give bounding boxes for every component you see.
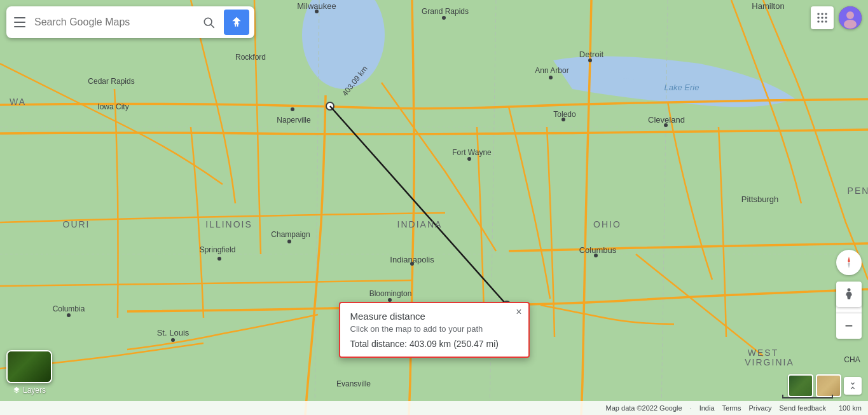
svg-line-59 — [211, 25, 214, 28]
svg-text:Lake Erie: Lake Erie — [665, 83, 699, 92]
measure-popup-close-button[interactable]: × — [516, 307, 521, 317]
measure-popup-title: Measure distance — [350, 311, 518, 322]
svg-text:Champaign: Champaign — [271, 230, 310, 239]
svg-text:CHA: CHA — [844, 355, 860, 364]
svg-marker-74 — [848, 262, 850, 268]
svg-point-25 — [171, 338, 175, 342]
svg-text:Springfield: Springfield — [200, 245, 236, 254]
svg-text:WEST: WEST — [748, 348, 778, 358]
svg-text:OURI: OURI — [63, 219, 90, 229]
svg-text:Toledo: Toledo — [553, 110, 576, 119]
search-bar — [6, 6, 254, 38]
layers-thumbnail — [6, 350, 52, 383]
layers-button[interactable]: Layers — [6, 350, 52, 396]
svg-text:Detroit: Detroit — [579, 50, 604, 59]
footer-bar: Map data ©2022 Google · India Terms Priv… — [0, 401, 868, 415]
svg-point-2 — [614, 78, 639, 93]
svg-text:Evansville: Evansville — [336, 379, 371, 388]
svg-rect-64 — [822, 17, 823, 19]
svg-rect-66 — [818, 21, 820, 23]
svg-point-14 — [549, 76, 553, 79]
svg-text:OHIO: OHIO — [593, 219, 621, 229]
terms-link[interactable]: Terms — [722, 404, 741, 412]
svg-text:PEN: PEN — [848, 186, 868, 196]
scale-bar — [782, 395, 833, 398]
svg-marker-73 — [848, 257, 850, 262]
compass-button[interactable] — [836, 250, 862, 275]
svg-text:Cleveland: Cleveland — [648, 115, 685, 125]
svg-text:Bloomington: Bloomington — [369, 289, 412, 298]
india-link[interactable]: India — [699, 404, 715, 412]
svg-point-17 — [291, 107, 294, 111]
map-container[interactable]: Milwaukee Grand Rapids Hamilton Detroit … — [0, 0, 868, 415]
map-data-label: Map data ©2022 Google — [606, 404, 682, 412]
svg-text:Hamilton: Hamilton — [752, 1, 784, 11]
svg-point-71 — [844, 20, 857, 29]
map-type-terrain[interactable] — [816, 374, 841, 397]
layers-label: Layers — [13, 386, 46, 395]
svg-rect-61 — [822, 13, 823, 15]
svg-point-23 — [287, 240, 291, 243]
search-input[interactable] — [34, 17, 193, 28]
menu-icon[interactable] — [11, 13, 29, 31]
svg-text:Columbia: Columbia — [53, 304, 85, 313]
search-icon[interactable] — [198, 12, 219, 32]
svg-rect-62 — [825, 13, 827, 15]
svg-point-12 — [442, 16, 446, 20]
svg-text:St. Louis: St. Louis — [157, 328, 189, 337]
scale-label: 100 km — [839, 404, 862, 412]
svg-text:Fort Wayne: Fort Wayne — [452, 148, 492, 157]
svg-point-18 — [467, 157, 471, 161]
user-avatar[interactable] — [839, 6, 862, 29]
send-feedback-link[interactable]: Send feedback — [780, 404, 826, 412]
svg-text:ILLINOIS: ILLINOIS — [205, 219, 252, 229]
svg-text:Pittsburgh: Pittsburgh — [741, 194, 779, 204]
measure-distance-popup: × Measure distance Click on the map to a… — [339, 302, 530, 358]
footer-separator: · — [690, 404, 692, 412]
svg-rect-60 — [818, 13, 820, 15]
measure-popup-distance: Total distance: 403.09 km (250.47 mi) — [350, 339, 518, 349]
map-type-satellite[interactable] — [788, 374, 813, 397]
svg-text:Indianapolis: Indianapolis — [390, 255, 434, 264]
svg-point-70 — [846, 11, 854, 19]
svg-text:WA: WA — [10, 97, 26, 107]
privacy-link[interactable]: Privacy — [748, 404, 771, 412]
svg-rect-67 — [822, 21, 823, 23]
svg-text:Naperville: Naperville — [277, 116, 311, 125]
directions-button[interactable] — [224, 10, 249, 35]
pegman-button[interactable] — [836, 282, 862, 307]
svg-text:INDIANA: INDIANA — [397, 219, 443, 229]
svg-text:VIRGINIA: VIRGINIA — [745, 357, 794, 367]
zoom-out-button[interactable]: − — [836, 313, 862, 339]
svg-rect-65 — [825, 17, 827, 19]
measure-popup-hint: Click on the map to add to your path — [350, 324, 518, 334]
svg-text:Iowa City: Iowa City — [97, 102, 128, 111]
svg-rect-68 — [825, 21, 827, 23]
svg-text:Rockford: Rockford — [235, 53, 266, 62]
svg-text:Ann Arbor: Ann Arbor — [535, 66, 568, 75]
svg-text:Milwaukee: Milwaukee — [297, 1, 336, 11]
svg-rect-63 — [818, 17, 820, 19]
svg-point-24 — [67, 313, 71, 317]
svg-point-22 — [217, 257, 221, 261]
google-apps-icon[interactable] — [811, 6, 834, 29]
svg-text:Grand Rapids: Grand Rapids — [422, 7, 469, 16]
expand-map-button[interactable] — [844, 377, 862, 395]
svg-text:Cedar Rapids: Cedar Rapids — [88, 77, 134, 86]
svg-point-72 — [848, 289, 851, 292]
svg-text:Columbus: Columbus — [579, 245, 617, 255]
